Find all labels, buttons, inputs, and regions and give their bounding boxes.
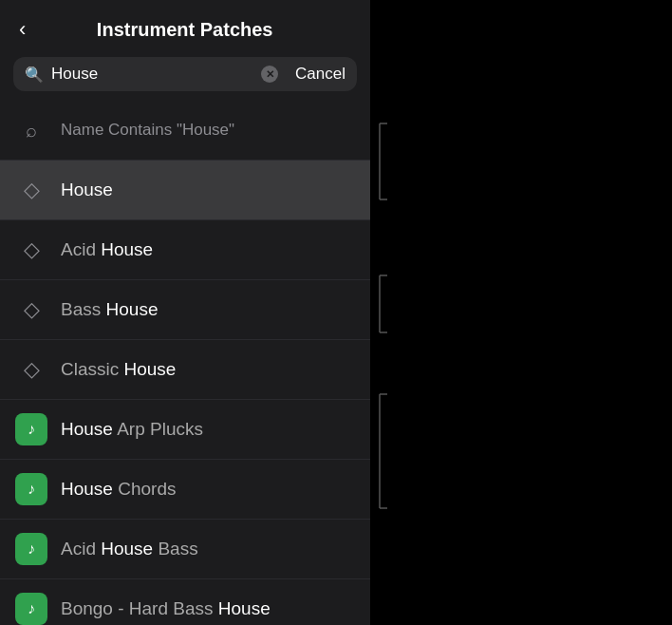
item-label-house-arp-plucks: House Arp Plucks xyxy=(61,419,355,440)
page-title: Instrument Patches xyxy=(37,19,332,41)
search-bar: 🔍 ✕ Cancel xyxy=(13,57,357,91)
list-item[interactable]: ♪ Bongo - Hard Bass House xyxy=(0,579,370,625)
list-item[interactable]: ◇ Acid House xyxy=(0,220,370,280)
list-item[interactable]: ♪ Acid House Bass xyxy=(0,520,370,579)
tag-icon: ◇ xyxy=(15,174,47,206)
item-label-acid-house-bass: Acid House Bass xyxy=(61,539,355,559)
instrument-patches-panel: ‹ Instrument Patches 🔍 ✕ Cancel ⌕ Name C… xyxy=(0,0,370,625)
item-label-bongo-hard-bass-house: Bongo - Hard Bass House xyxy=(61,598,355,619)
list-item[interactable]: ◇ Bass House xyxy=(0,280,370,340)
search-input[interactable] xyxy=(51,65,253,84)
cancel-button[interactable]: Cancel xyxy=(286,65,345,84)
music-note-icon: ♪ xyxy=(15,533,47,565)
item-label-acid-house: Acid House xyxy=(61,239,355,260)
clear-search-button[interactable]: ✕ xyxy=(261,66,278,83)
list-item[interactable]: ◇ House xyxy=(0,161,370,220)
item-label-bass-house: Bass House xyxy=(61,299,355,320)
tag-icon: ◇ xyxy=(15,353,47,386)
name-contains-label: Name Contains "House" xyxy=(61,121,355,140)
search-icon: 🔍 xyxy=(25,66,44,84)
list-item[interactable]: ♪ House Chords xyxy=(0,460,370,520)
back-button[interactable]: ‹ xyxy=(15,15,29,44)
item-label-house: House xyxy=(61,180,355,200)
scrollbar-indicators xyxy=(370,0,408,625)
back-icon: ‹ xyxy=(19,17,26,41)
list-item[interactable]: ♪ House Arp Plucks xyxy=(0,400,370,460)
search-suggestion-icon: ⌕ xyxy=(15,114,47,146)
list-item[interactable]: ◇ Classic House xyxy=(0,340,370,400)
item-label-classic-house: Classic House xyxy=(61,359,355,380)
item-label-house-chords: House Chords xyxy=(61,479,355,500)
tag-icon: ◇ xyxy=(15,294,47,326)
clear-icon: ✕ xyxy=(266,68,274,81)
header: ‹ Instrument Patches xyxy=(0,0,370,53)
search-results-list: ⌕ Name Contains "House" ◇ House ◇ Acid H… xyxy=(0,101,370,625)
list-item[interactable]: ⌕ Name Contains "House" xyxy=(0,101,370,161)
right-area xyxy=(370,0,672,625)
music-note-icon: ♪ xyxy=(15,593,47,625)
music-note-icon: ♪ xyxy=(15,473,47,505)
music-note-icon: ♪ xyxy=(15,413,47,445)
tag-icon: ◇ xyxy=(15,234,47,266)
